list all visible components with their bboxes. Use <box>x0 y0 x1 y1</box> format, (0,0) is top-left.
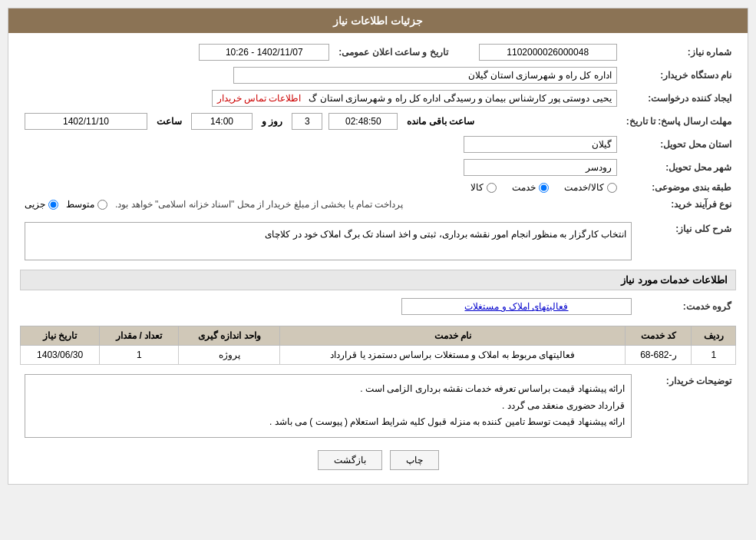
announce-date-label: تاریخ و ساعت اعلان عمومی: <box>334 41 452 64</box>
cell-unit: پروژه <box>179 346 280 365</box>
province-label: استان محل تحویل: <box>622 133 736 156</box>
services-section-title: اطلاعات خدمات مورد نیاز <box>20 270 736 290</box>
deadline-label: مهلت ارسال پاسخ: تا تاریخ: <box>622 110 736 133</box>
buyer-note-line: ارائه پیشنهاد قیمت براساس تعرفه خدمات نق… <box>31 381 625 398</box>
need-number-label: شماره نیاز: <box>622 41 736 64</box>
deadline-days-label: روز و <box>262 116 282 127</box>
col-row-num: ردیف <box>692 326 736 346</box>
category-khedmat-label: خدمت <box>512 182 536 193</box>
process-motavaset-group: متوسط <box>66 199 107 210</box>
col-service-name: نام خدمت <box>280 326 626 346</box>
table-row: 1 ر-682-68 فعالیتهای مربوط به املاک و مس… <box>21 346 736 365</box>
service-group-value[interactable]: فعالیتهای املاک و مستغلات <box>401 298 632 315</box>
cell-quantity: 1 <box>100 346 179 365</box>
process-jozi-group: جزیی <box>25 199 58 210</box>
col-quantity: تعداد / مقدار <box>100 326 179 346</box>
buyer-note-line: ارائه پیشنهاد قیمت توسط تامین کننده به م… <box>31 414 625 431</box>
page-title: جزئیات اطلاعات نیاز <box>8 8 748 33</box>
buyer-notes-label: توضیحات خریدار: <box>636 371 736 441</box>
col-date: تاریخ نیاز <box>21 326 100 346</box>
category-kala-khedmat-radio[interactable] <box>607 183 617 193</box>
deadline-remaining: 02:48:50 <box>328 113 398 130</box>
buyer-notes-content: ارائه پیشنهاد قیمت براساس تعرفه خدمات نق… <box>25 374 632 438</box>
col-service-code: کد خدمت <box>626 326 692 346</box>
buyer-org-value: اداره کل راه و شهرسازی استان گیلان <box>233 67 617 84</box>
province-value: گیلان <box>464 136 617 153</box>
cell-service-name: فعالیتهای مربوط به املاک و مستغلات براسا… <box>280 346 626 365</box>
cell-service-code: ر-682-68 <box>626 346 692 365</box>
process-motavaset-label: متوسط <box>66 199 94 210</box>
deadline-remaining-label: ساعت باقی مانده <box>407 116 474 127</box>
category-label: طبقه بندی موضوعی: <box>622 179 736 196</box>
service-group-label: گروه خدمت: <box>636 295 736 318</box>
cell-date: 1403/06/30 <box>21 346 100 365</box>
buyer-note-line: قرارداد حضوری منعقد می گردد . <box>31 398 625 415</box>
category-kala-radio[interactable] <box>487 183 497 193</box>
process-label: نوع فرآیند خرید: <box>622 196 736 213</box>
process-jozi-radio[interactable] <box>48 200 58 210</box>
category-kala-khedmat-group: کالا/خدمت <box>564 182 616 193</box>
back-button[interactable]: بازگشت <box>318 450 382 470</box>
process-text: پرداخت تمام یا بخشی از مبلغ خریدار از مح… <box>115 199 403 210</box>
print-button[interactable]: چاپ <box>390 450 439 470</box>
category-khedmat-radio[interactable] <box>539 183 549 193</box>
creator-label: ایجاد کننده درخواست: <box>622 87 736 110</box>
deadline-time: 14:00 <box>191 113 253 130</box>
deadline-date: 1402/11/10 <box>25 113 147 130</box>
category-kala-group: کالا <box>470 182 497 193</box>
need-number-value: 1102000026000048 <box>479 44 617 61</box>
announce-date-value: 1402/11/07 - 10:26 <box>199 44 329 61</box>
need-desc-label: شرح کلی نیاز: <box>636 219 736 263</box>
creator-value: یحیی دوستی پور کارشناس بیمان و رسیدگی اد… <box>212 90 617 107</box>
category-kala-khedmat-label: کالا/خدمت <box>564 182 603 193</box>
cell-row-num: 1 <box>692 346 736 365</box>
process-motavaset-radio[interactable] <box>97 200 107 210</box>
city-value: رودسر <box>464 159 617 176</box>
contact-link[interactable]: اطلاعات تماس خریدار <box>217 93 302 104</box>
category-kala-label: کالا <box>470 182 484 193</box>
category-khedmat-group: خدمت <box>512 182 549 193</box>
buyer-org-label: نام دستگاه خریدار: <box>622 64 736 87</box>
need-desc-value: انتخاب کارگزار به منظور انجام امور نقشه … <box>25 222 632 260</box>
deadline-days: 3 <box>292 113 322 130</box>
deadline-time-label: ساعت <box>157 116 182 127</box>
city-label: شهر محل تحویل: <box>622 156 736 179</box>
process-jozi-label: جزیی <box>25 199 45 210</box>
col-unit: واحد اندازه گیری <box>179 326 280 346</box>
